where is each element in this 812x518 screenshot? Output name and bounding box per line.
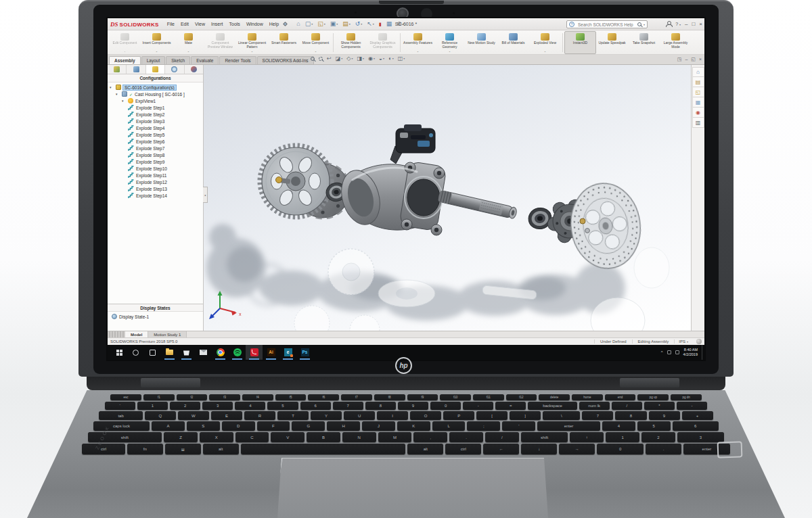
key-c[interactable]: C: [235, 432, 269, 442]
key-f2[interactable]: f2: [177, 394, 208, 400]
section-view-icon[interactable]: ◪▾: [336, 56, 343, 62]
units-selector[interactable]: IPS ▾: [674, 339, 692, 344]
key-3[interactable]: 3: [202, 402, 233, 410]
new-motion-study-button[interactable]: New Motion Study: [466, 31, 497, 54]
show-desktop-button[interactable]: [702, 345, 704, 360]
tab-dimxpert[interactable]: [165, 65, 184, 74]
menu-file[interactable]: File: [167, 22, 175, 26]
touchpad[interactable]: [277, 458, 548, 518]
tab-model[interactable]: Model: [125, 331, 148, 337]
key-z[interactable]: Z: [164, 432, 198, 442]
menu-insert[interactable]: Insert: [211, 22, 223, 26]
restore-ic[interactable]: □: [692, 21, 695, 27]
smart-fasteners-button[interactable]: Smart Fasteners: [268, 31, 300, 54]
key-f12[interactable]: f12: [506, 394, 537, 400]
search-input[interactable]: [577, 22, 635, 28]
tree-row-explview[interactable]: ▾ ExplView1: [108, 97, 203, 104]
key-6[interactable]: 6: [673, 421, 719, 431]
key-space[interactable]: [241, 444, 406, 454]
key-k[interactable]: K: [397, 421, 430, 431]
key-period[interactable]: .: [646, 444, 681, 454]
tree-row-explode-step-11[interactable]: Explode Step11: [108, 172, 203, 179]
mate-button[interactable]: Mate⌄: [173, 31, 204, 54]
key-7[interactable]: 7: [582, 411, 613, 420]
bill-of-materials-button[interactable]: Bill of Materials: [497, 31, 529, 54]
key-semicolon[interactable]: ;: [467, 421, 500, 431]
key-j[interactable]: J: [362, 421, 395, 431]
cad-caliper-sensor[interactable]: [390, 124, 435, 164]
key-q[interactable]: Q: [145, 411, 176, 420]
apply-scene-icon[interactable]: ◐▾: [388, 56, 394, 62]
key-3[interactable]: 3: [677, 432, 725, 442]
key-left[interactable]: ←: [483, 444, 519, 454]
key-n[interactable]: N: [342, 432, 376, 442]
key-f8[interactable]: f8: [374, 394, 405, 400]
key-win[interactable]: ⊞: [165, 444, 201, 454]
tree-row-explode-step-12[interactable]: Explode Step12: [108, 179, 203, 185]
key-alt[interactable]: alt: [203, 444, 239, 454]
key-0[interactable]: 0: [430, 402, 461, 410]
cad-drive-shaft[interactable]: [438, 190, 518, 219]
print-button[interactable]: ▤▾: [342, 21, 351, 27]
view-palette-icon[interactable]: ▦: [692, 97, 704, 108]
new-document-button[interactable]: ▢▾: [305, 21, 313, 27]
key-v[interactable]: V: [271, 432, 304, 442]
key-slash[interactable]: /: [612, 402, 642, 410]
edit-appearance-icon[interactable]: ◒▾: [379, 56, 384, 62]
display-state-label[interactable]: Display State-1: [119, 314, 149, 319]
home-button[interactable]: ⌂: [296, 21, 300, 27]
tree-row-explode-step-1[interactable]: Explode Step1: [108, 104, 203, 111]
graphics-viewport[interactable]: x: [204, 65, 691, 331]
options-button[interactable]: ⊛▾: [397, 21, 404, 27]
key-delete[interactable]: delete: [539, 394, 570, 400]
key-enter[interactable]: enter: [537, 421, 600, 431]
key-backtick[interactable]: `: [105, 402, 135, 410]
tree-row-explode-step-10[interactable]: Explode Step10: [108, 165, 203, 172]
key-9[interactable]: 9: [398, 402, 428, 410]
design-library-icon[interactable]: ▤: [692, 77, 704, 87]
search-icon[interactable]: [637, 22, 641, 26]
tab-appearances[interactable]: [185, 65, 203, 74]
insert-components-button[interactable]: Insert Components⌄: [141, 31, 173, 54]
key-8[interactable]: 8: [615, 411, 646, 420]
tree-row-explode-step-2[interactable]: Explode Step2: [108, 111, 203, 118]
key-h[interactable]: H: [327, 421, 360, 431]
tree-row-explode-step-3[interactable]: Explode Step3: [108, 118, 203, 124]
key-y[interactable]: Y: [311, 411, 342, 420]
edrawings-button[interactable]: e: [279, 345, 296, 360]
key-period[interactable]: .: [449, 432, 483, 442]
display-state-row[interactable]: Display State-1: [108, 312, 203, 321]
doc-restore-icon[interactable]: ◱: [691, 57, 696, 62]
key-2[interactable]: 2: [170, 402, 200, 410]
tab-render-tools[interactable]: Render Tools: [219, 56, 256, 64]
tab-scroll-buttons[interactable]: [108, 331, 125, 337]
key-8[interactable]: 8: [365, 402, 396, 410]
key-home[interactable]: home: [572, 394, 603, 400]
store-button[interactable]: [178, 345, 195, 360]
key-f5[interactable]: f5: [275, 394, 307, 400]
doc-new-window-icon[interactable]: ◳: [677, 57, 682, 62]
key-9[interactable]: 9: [649, 411, 680, 420]
menu-edit[interactable]: Edit: [181, 22, 189, 26]
key-minus[interactable]: -: [677, 402, 707, 410]
key-s[interactable]: S: [187, 421, 220, 431]
key-fn[interactable]: fn: [127, 444, 163, 454]
key-4[interactable]: 4: [602, 421, 635, 431]
assembly-features-button[interactable]: Assembly Features⌄: [402, 31, 434, 54]
key-i[interactable]: I: [377, 411, 408, 420]
key-l[interactable]: L: [432, 421, 466, 431]
take-snapshot-button[interactable]: Take Snapshot: [628, 31, 660, 54]
chrome-button[interactable]: [212, 345, 229, 360]
linear-component-pattern-button[interactable]: Linear Component Pattern⌄: [236, 31, 268, 54]
tab-motion-study-1[interactable]: Motion Study 1: [148, 331, 187, 337]
select-button[interactable]: ↖▾: [367, 21, 374, 27]
key-g[interactable]: G: [292, 421, 325, 431]
key-rbracket[interactable]: ]: [510, 411, 541, 420]
key-comma[interactable]: ,: [413, 432, 447, 442]
key-end[interactable]: end: [605, 394, 636, 400]
display-style-icon[interactable]: ◨▾: [357, 56, 364, 62]
tab-layout[interactable]: Layout: [141, 56, 166, 64]
key-r[interactable]: R: [244, 411, 275, 420]
key-up[interactable]: ↑: [570, 432, 604, 442]
minimize-ic[interactable]: –: [685, 21, 687, 27]
